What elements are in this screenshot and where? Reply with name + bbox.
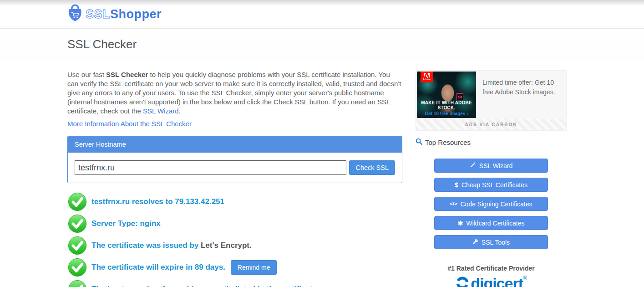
- wildcard-certificates-button[interactable]: ✱ Wildcard Certificates: [434, 216, 548, 230]
- result-row-issuer: The certificate was issued by Let's Encr…: [67, 236, 402, 256]
- more-info-link[interactable]: More Information About the SSL Checker: [67, 120, 192, 128]
- top-resources-heading: Top Resources: [416, 138, 567, 146]
- title-band: SSL Checker: [0, 28, 644, 60]
- ad-image-headline: MAKE IT WITH ADOBE STOCK.: [417, 100, 476, 110]
- result-row-expiry: The certificate will expire in 89 days. …: [67, 257, 402, 277]
- ssl-wizard-inline-link[interactable]: SSL Wizard: [143, 107, 179, 115]
- asterisk-icon: ✱: [457, 220, 463, 226]
- result-text: The certificate will expire in 89 days.: [91, 263, 225, 272]
- page-title: SSL Checker: [67, 37, 137, 51]
- success-check-icon: [67, 192, 87, 212]
- dollar-icon: $: [455, 182, 458, 188]
- results-list: testfrnx.ru resolves to 79.133.42.251 Se…: [67, 192, 402, 287]
- sidebar-divider: [416, 152, 567, 152]
- ssl-wizard-button[interactable]: SSL Wizard: [434, 159, 548, 173]
- code-signing-certificates-button[interactable]: </> Code Signing Certificates: [434, 197, 548, 211]
- digicert-swirl-icon: [455, 276, 470, 287]
- ad-offer-text[interactable]: Limited time offer: Get 10 free Adobe St…: [476, 72, 565, 118]
- hostname-input[interactable]: [75, 160, 346, 175]
- ads-via-carbon-label[interactable]: ADS VIA CARBON: [416, 119, 566, 130]
- success-check-icon: [67, 236, 87, 256]
- result-text: Server Type: nginx: [91, 219, 161, 228]
- padlock-cart-icon: [67, 4, 83, 25]
- logo-text-ssl: SSL: [86, 7, 110, 21]
- result-row-hostname-match: The hostname (testfrnx.ru) is correctly …: [67, 279, 402, 287]
- success-check-icon: [67, 214, 87, 234]
- cheap-ssl-certificates-button[interactable]: $ Cheap SSL Certificates: [434, 178, 548, 192]
- magic-wand-icon: [470, 162, 476, 169]
- adobe-logo: Adobe: [421, 72, 433, 82]
- carbon-ad: Adobe St MAKE IT WITH ADOBE STOCK. Get 1…: [416, 70, 567, 131]
- digicert-logo[interactable]: digicert®: [416, 275, 567, 287]
- server-hostname-panel: Server Hostname Check SSL: [67, 136, 402, 183]
- wrench-icon: [472, 239, 478, 246]
- success-check-icon: [67, 257, 87, 277]
- success-check-icon: [67, 279, 87, 287]
- check-ssl-button[interactable]: Check SSL: [349, 160, 395, 175]
- search-icon: [416, 138, 422, 146]
- adobe-stock-st-badge: St: [456, 93, 463, 100]
- result-text: testfrnx.ru resolves to 79.133.42.251: [91, 197, 224, 206]
- adobe-stock-ad-image[interactable]: Adobe St MAKE IT WITH ADOBE STOCK. Get 1…: [417, 72, 476, 118]
- remind-me-button[interactable]: Remind me: [231, 260, 277, 275]
- logo-text-shopper: Shopper: [110, 7, 162, 21]
- result-text: The hostname (testfrnx.ru) is correctly …: [91, 285, 319, 287]
- sslshopper-logo[interactable]: SSLShopper: [67, 4, 162, 25]
- ad-image-cta[interactable]: Get 10 free images ›: [417, 111, 476, 116]
- result-row-server-type: Server Type: nginx: [67, 214, 402, 234]
- main-content: Use our fast SSL Checker to help you qui…: [67, 70, 402, 287]
- result-row-resolves: testfrnx.ru resolves to 79.133.42.251: [67, 192, 402, 212]
- result-text: The certificate was issued by Let's Encr…: [91, 241, 252, 250]
- code-icon: </>: [450, 201, 457, 206]
- sidebar: Adobe St MAKE IT WITH ADOBE STOCK. Get 1…: [416, 70, 567, 287]
- intro-paragraph: Use our fast SSL Checker to help you qui…: [67, 70, 402, 116]
- rated-provider-label: #1 Rated Certificate Provider: [416, 265, 567, 272]
- adobe-stock-ad-link[interactable]: Adobe St MAKE IT WITH ADOBE STOCK. Get 1…: [416, 71, 566, 119]
- site-header: SSLShopper: [0, 0, 644, 28]
- ssl-tools-button[interactable]: SSL Tools: [434, 235, 548, 249]
- panel-header: Server Hostname: [68, 136, 402, 153]
